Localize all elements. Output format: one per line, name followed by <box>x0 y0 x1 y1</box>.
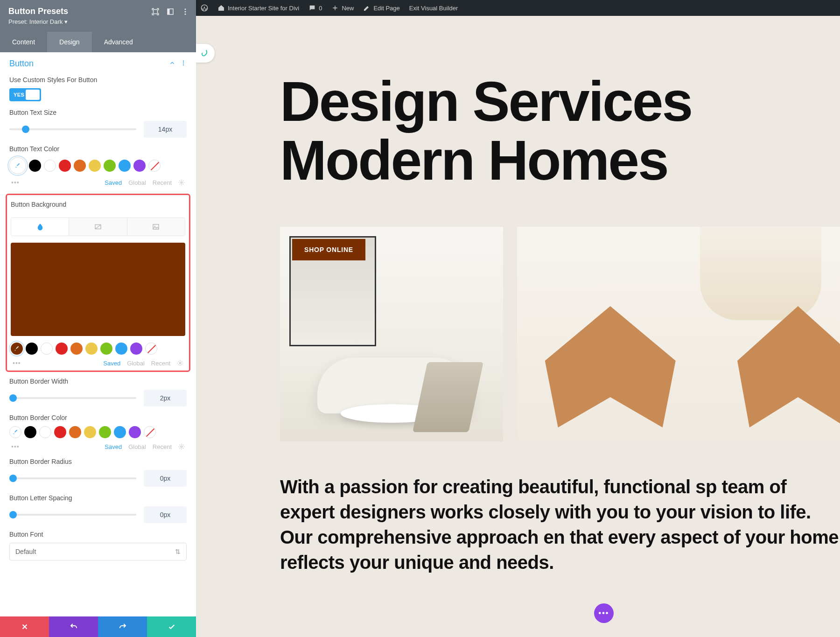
border-radius-label: Button Border Radius <box>9 458 187 465</box>
subtab-saved[interactable]: Saved <box>103 360 120 367</box>
swatch-green[interactable] <box>99 426 111 438</box>
swatch-black[interactable] <box>29 160 41 172</box>
swatch-yellow[interactable] <box>85 343 98 355</box>
swatch-green[interactable] <box>104 160 116 172</box>
letter-spacing-slider[interactable] <box>9 514 136 516</box>
svg-point-9 <box>183 64 184 65</box>
svg-point-6 <box>185 14 186 15</box>
builder-toggle-tab[interactable] <box>196 44 215 63</box>
svg-rect-12 <box>153 224 159 230</box>
font-select[interactable]: Default ⇅ <box>9 543 187 560</box>
undo-button[interactable] <box>49 616 98 637</box>
subtab-recent[interactable]: Recent <box>151 360 170 367</box>
hero-images: SHOP ONLINE <box>280 227 840 441</box>
hero-image-left: SHOP ONLINE <box>280 227 503 441</box>
bg-swatch-selected[interactable] <box>11 343 23 355</box>
font-value: Default <box>15 548 36 555</box>
chevron-up-icon[interactable] <box>169 60 175 68</box>
text-size-value[interactable]: 14px <box>144 121 187 138</box>
section-header-button[interactable]: Button <box>0 52 196 73</box>
swatch-red[interactable] <box>59 160 71 172</box>
swatch-none[interactable] <box>145 343 157 355</box>
font-label: Button Font <box>9 531 187 538</box>
subtab-global[interactable]: Global <box>127 360 145 367</box>
swatch-orange[interactable] <box>74 160 86 172</box>
letter-spacing-value[interactable]: 0px <box>144 506 187 523</box>
svg-point-15 <box>181 446 182 448</box>
swatch-white[interactable] <box>44 160 56 172</box>
gear-icon[interactable] <box>177 360 183 366</box>
subtab-global[interactable]: Global <box>128 443 146 450</box>
chevron-updown-icon: ⇅ <box>175 548 181 555</box>
swatch-purple[interactable] <box>129 426 141 438</box>
swatch-none[interactable] <box>144 426 156 438</box>
eyedropper-icon[interactable] <box>9 157 26 174</box>
subtab-recent[interactable]: Recent <box>153 179 172 186</box>
text-size-slider[interactable] <box>9 128 136 130</box>
shop-online-button[interactable]: SHOP ONLINE <box>292 239 365 260</box>
bg-tab-gradient[interactable] <box>69 218 127 236</box>
toggle-yes-label: YES <box>14 92 24 98</box>
snap-icon[interactable] <box>151 7 160 18</box>
border-width-value[interactable]: 2px <box>144 390 187 406</box>
swatch-black[interactable] <box>26 343 38 355</box>
swatch-white[interactable] <box>41 343 53 355</box>
new-link[interactable]: New <box>331 4 354 12</box>
panel-tabs: Content Design Advanced <box>0 32 196 52</box>
swatch-orange[interactable] <box>70 343 83 355</box>
panel-body[interactable]: Button Use Custom Styles For Button YES … <box>0 52 196 637</box>
border-radius-slider[interactable] <box>9 477 136 479</box>
eyedropper-icon[interactable] <box>9 426 21 438</box>
swatch-yellow[interactable] <box>89 160 101 172</box>
swatch-blue[interactable] <box>114 426 126 438</box>
comments-link[interactable]: 0 <box>308 4 322 12</box>
gear-icon[interactable] <box>178 179 185 186</box>
border-width-slider[interactable] <box>9 397 136 399</box>
more-icon[interactable] <box>181 7 189 18</box>
redo-button[interactable] <box>98 616 147 637</box>
save-button[interactable] <box>147 616 196 637</box>
swatch-red[interactable] <box>54 426 66 438</box>
subtab-saved[interactable]: Saved <box>105 443 122 450</box>
subtab-saved[interactable]: Saved <box>105 179 122 186</box>
tab-design[interactable]: Design <box>47 32 92 52</box>
subtab-global[interactable]: Global <box>128 179 146 186</box>
bg-tab-color[interactable] <box>11 218 69 236</box>
swatch-black[interactable] <box>24 426 36 438</box>
gear-icon[interactable] <box>178 443 185 450</box>
more-dots-icon[interactable]: ••• <box>11 179 20 186</box>
more-dots-icon[interactable]: ••• <box>11 443 20 450</box>
swatch-blue[interactable] <box>119 160 131 172</box>
exit-visual-builder[interactable]: Exit Visual Builder <box>409 5 458 12</box>
dock-icon[interactable] <box>166 7 175 18</box>
custom-styles-toggle[interactable]: YES <box>9 88 41 101</box>
swatch-red[interactable] <box>56 343 68 355</box>
builder-fab[interactable]: ••• <box>594 603 614 623</box>
settings-panel: Button Presets Preset: Interior Dark ▾ C… <box>0 0 196 637</box>
hero-line-2: Modern Homes <box>280 129 668 191</box>
text-size-label: Button Text Size <box>9 109 187 116</box>
swatch-none[interactable] <box>148 160 161 172</box>
edit-page-link[interactable]: Edit Page <box>363 4 399 12</box>
subtab-recent[interactable]: Recent <box>153 443 172 450</box>
preset-label[interactable]: Preset: Interior Dark ▾ <box>8 18 188 25</box>
tab-advanced[interactable]: Advanced <box>92 32 145 52</box>
swatch-yellow[interactable] <box>84 426 96 438</box>
swatch-purple[interactable] <box>133 160 146 172</box>
swatch-purple[interactable] <box>130 343 142 355</box>
bg-color-preview[interactable] <box>11 243 185 336</box>
cancel-button[interactable] <box>0 616 49 637</box>
swatch-blue[interactable] <box>115 343 127 355</box>
border-radius-value[interactable]: 0px <box>144 470 187 487</box>
site-name[interactable]: Interior Starter Site for Divi <box>217 4 299 12</box>
swatch-white[interactable] <box>39 426 51 438</box>
tab-content[interactable]: Content <box>0 32 47 52</box>
more-dots-icon[interactable]: ••• <box>13 359 21 367</box>
site-label: Interior Starter Site for Divi <box>228 5 299 12</box>
swatch-green[interactable] <box>100 343 112 355</box>
more-icon[interactable] <box>180 60 187 68</box>
wp-logo-icon[interactable] <box>201 4 208 12</box>
swatch-orange[interactable] <box>69 426 81 438</box>
bg-tab-image[interactable] <box>127 218 185 236</box>
bg-label: Button Background <box>11 199 185 213</box>
